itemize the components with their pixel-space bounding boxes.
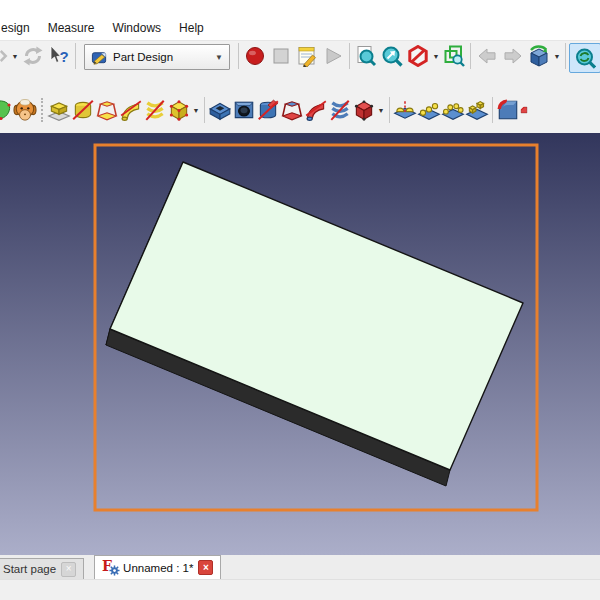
clone-button[interactable] (13, 97, 37, 123)
fit-selection-button[interactable] (379, 43, 405, 69)
nav-forward-button[interactable] (500, 43, 526, 69)
toolbar-overflow-button[interactable]: ▼ (0, 43, 20, 69)
3d-viewport[interactable] (0, 133, 600, 555)
close-tab-icon[interactable]: × (61, 562, 76, 577)
draw-style-dropdown[interactable]: ▼ (431, 43, 441, 69)
toolbar-separator (204, 97, 205, 123)
polar-pattern-button[interactable] (441, 97, 465, 123)
pocket-button[interactable] (208, 97, 232, 123)
axonometric-view-button[interactable] (526, 43, 552, 69)
multi-transform-button[interactable] (465, 97, 489, 123)
pad-icon (47, 98, 71, 122)
tab-unnamed-document[interactable]: F Unnamed : 1* × (94, 555, 221, 579)
sync-view-toggle-button[interactable] (569, 43, 600, 73)
mirrored-button[interactable] (393, 97, 417, 123)
additive-loft-icon (95, 98, 119, 122)
additive-primitive-button[interactable] (167, 97, 191, 123)
sync-view-icon (574, 47, 596, 69)
whats-this-icon: ? (48, 45, 70, 67)
pocket-icon (208, 98, 232, 122)
macro-record-button[interactable] (242, 43, 268, 69)
workbench-icon (91, 49, 108, 66)
play-icon (322, 45, 344, 67)
subtractive-primitive-dropdown[interactable]: ▼ (376, 97, 386, 123)
hole-icon (232, 98, 256, 122)
fillet-button[interactable] (496, 97, 520, 123)
nav-back-button[interactable] (474, 43, 500, 69)
additive-pipe-icon (119, 98, 143, 122)
freecad-window: esign Measure Windows Help ▼ ? (0, 0, 600, 600)
macro-stop-button[interactable] (268, 43, 294, 69)
toolbar-partdesign: ▼ (0, 87, 600, 133)
additive-loft-button[interactable] (95, 97, 119, 123)
subtractive-loft-button[interactable] (280, 97, 304, 123)
edit-macro-icon (296, 45, 318, 67)
view-dropdown[interactable]: ▼ (552, 43, 562, 69)
macro-edit-button[interactable] (294, 43, 320, 69)
refresh-button[interactable] (20, 43, 46, 69)
bounding-box-button[interactable] (441, 43, 467, 69)
toolbar-separator (470, 43, 471, 69)
tab-label: Start page (3, 563, 56, 575)
document-tabbar: Start page × F Unnamed : 1* × (0, 555, 600, 579)
additive-box-icon (167, 98, 191, 122)
toolbar-separator (75, 43, 76, 69)
groove-button[interactable] (256, 97, 280, 123)
axonometric-cube-icon (527, 44, 551, 68)
gear-icon (109, 565, 120, 576)
tab-label: Unnamed : 1* (123, 562, 193, 574)
additive-primitive-dropdown[interactable]: ▼ (191, 97, 201, 123)
hole-button[interactable] (232, 97, 256, 123)
mirrored-icon (393, 98, 417, 122)
close-tab-icon[interactable]: × (198, 560, 213, 575)
draw-style-button[interactable] (405, 43, 431, 69)
chevron-down-icon: ▼ (10, 43, 20, 69)
back-arrow-icon (476, 45, 498, 67)
workbench-selector-value: Part Design (113, 51, 173, 63)
menu-help[interactable]: Help (170, 17, 213, 39)
revolution-button[interactable] (71, 97, 95, 123)
multi-transform-icon (465, 98, 489, 122)
refresh-icon (22, 45, 44, 67)
linear-pattern-icon (417, 98, 441, 122)
menu-windows[interactable]: Windows (103, 17, 170, 39)
menu-measure[interactable]: Measure (39, 17, 104, 39)
groove-icon (256, 98, 280, 122)
whats-this-button[interactable]: ? (46, 43, 72, 69)
toolbar-separator (389, 97, 390, 123)
subtractive-helix-icon (328, 98, 352, 122)
subtractive-box-icon (352, 98, 376, 122)
toolbar-main: ▼ ? Part Design ▼ (0, 40, 600, 90)
svg-text:?: ? (60, 48, 69, 65)
pad-button[interactable] (47, 97, 71, 123)
subtractive-pipe-icon (304, 98, 328, 122)
fit-all-button[interactable] (353, 43, 379, 69)
menu-design[interactable]: esign (0, 17, 39, 39)
toolbar-separator (565, 43, 566, 69)
toolbar-separator (349, 43, 350, 69)
subtractive-helix-button[interactable] (328, 97, 352, 123)
subtractive-pipe-button[interactable] (304, 97, 328, 123)
menubar: esign Measure Windows Help (0, 16, 600, 40)
additive-helix-button[interactable] (143, 97, 167, 123)
clone-sheep-icon (13, 98, 37, 122)
chamfer-button[interactable] (520, 97, 528, 123)
toolbar-separator (492, 97, 493, 123)
subtractive-primitive-button[interactable] (352, 97, 376, 123)
record-icon (244, 45, 266, 67)
clipped-arrow-icon (0, 45, 10, 67)
workbench-selector[interactable]: Part Design ▼ (84, 44, 230, 70)
additive-pipe-button[interactable] (119, 97, 143, 123)
shape-binder-button[interactable] (0, 97, 13, 123)
additive-helix-icon (143, 98, 167, 122)
macro-play-button[interactable] (320, 43, 346, 69)
forward-arrow-icon (502, 45, 524, 67)
revolution-icon (71, 98, 95, 122)
bounding-box-icon (443, 45, 465, 67)
tab-start-page[interactable]: Start page × (0, 558, 84, 579)
toolbar-separator (41, 98, 43, 122)
stop-icon (270, 45, 292, 67)
toolbar-separator (238, 43, 239, 69)
fillet-icon (496, 98, 520, 122)
linear-pattern-button[interactable] (417, 97, 441, 123)
